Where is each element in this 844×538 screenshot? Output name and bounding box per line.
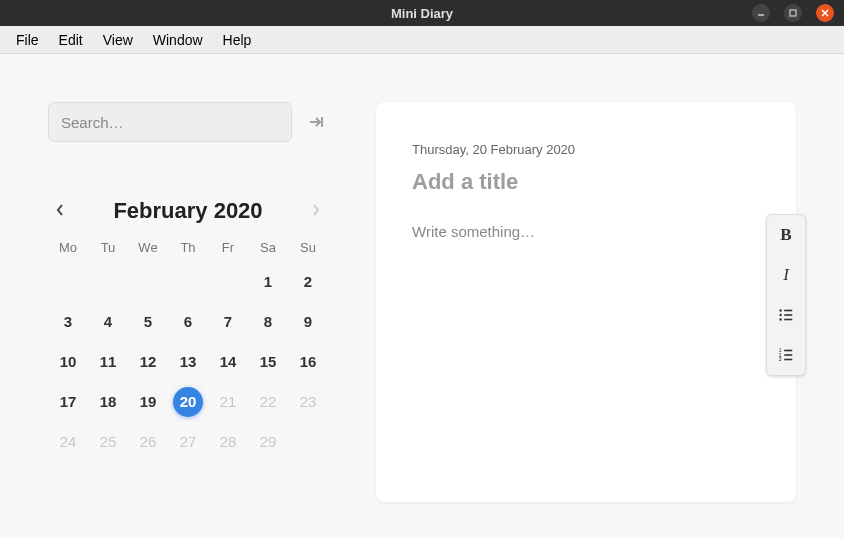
calendar-dow: Sa (248, 240, 288, 255)
calendar-day[interactable]: 12 (128, 349, 168, 375)
calendar-day: 22 (248, 389, 288, 415)
calendar-dow: Fr (208, 240, 248, 255)
calendar-day[interactable]: 13 (168, 349, 208, 375)
calendar-day: 28 (208, 429, 248, 455)
calendar-dow: Tu (88, 240, 128, 255)
calendar-dow: Th (168, 240, 208, 255)
calendar-day[interactable]: 4 (88, 309, 128, 335)
svg-point-10 (779, 318, 781, 320)
calendar-day[interactable]: 19 (128, 389, 168, 415)
calendar: February 2020 MoTuWeThFrSaSu123456789101… (48, 198, 328, 455)
search-input[interactable] (48, 102, 292, 142)
right-column: Thursday, 20 February 2020 Add a title W… (376, 102, 796, 502)
calendar-day[interactable]: 17 (48, 389, 88, 415)
calendar-day[interactable]: 1 (248, 269, 288, 295)
search-row (48, 102, 328, 142)
calendar-dow: Mo (48, 240, 88, 255)
calendar-dow: Su (288, 240, 328, 255)
calendar-empty (168, 269, 208, 295)
calendar-day[interactable]: 18 (88, 389, 128, 415)
entry-title-input[interactable]: Add a title (412, 169, 760, 195)
list-ol-icon: 1 2 3 (777, 346, 795, 364)
calendar-day[interactable]: 10 (48, 349, 88, 375)
titlebar: Mini Diary (0, 0, 844, 26)
menu-view[interactable]: View (93, 28, 143, 52)
calendar-title: February 2020 (113, 198, 262, 224)
close-button[interactable] (816, 4, 834, 22)
jump-to-today-button[interactable] (306, 112, 328, 132)
window-title: Mini Diary (391, 6, 453, 21)
svg-point-8 (779, 314, 781, 316)
entry-body-input[interactable]: Write something… (412, 223, 760, 240)
chevron-right-icon (311, 203, 321, 217)
arrow-to-line-icon (307, 112, 327, 132)
calendar-header: February 2020 (48, 198, 328, 224)
diary-card: Thursday, 20 February 2020 Add a title W… (376, 102, 796, 502)
italic-button[interactable]: I (767, 255, 805, 295)
bold-button[interactable]: B (767, 215, 805, 255)
svg-text:3: 3 (779, 357, 782, 362)
svg-rect-1 (790, 10, 796, 16)
entry-date: Thursday, 20 February 2020 (412, 142, 760, 157)
calendar-day[interactable]: 8 (248, 309, 288, 335)
calendar-dow: We (128, 240, 168, 255)
calendar-day[interactable]: 7 (208, 309, 248, 335)
minimize-button[interactable] (752, 4, 770, 22)
format-toolbar: B I 1 2 3 (766, 214, 806, 376)
next-month-button[interactable] (304, 201, 328, 222)
calendar-day[interactable]: 2 (288, 269, 328, 295)
menu-help[interactable]: Help (213, 28, 262, 52)
menu-edit[interactable]: Edit (49, 28, 93, 52)
calendar-day: 26 (128, 429, 168, 455)
calendar-day: 24 (48, 429, 88, 455)
chevron-left-icon (55, 203, 65, 217)
calendar-day: 29 (248, 429, 288, 455)
calendar-day: 21 (208, 389, 248, 415)
calendar-day: 25 (88, 429, 128, 455)
menu-window[interactable]: Window (143, 28, 213, 52)
minimize-icon (756, 8, 766, 18)
maximize-icon (788, 8, 798, 18)
calendar-day[interactable]: 14 (208, 349, 248, 375)
menu-file[interactable]: File (6, 28, 49, 52)
calendar-day[interactable]: 20 (168, 389, 208, 415)
close-icon (820, 8, 830, 18)
calendar-day[interactable]: 5 (128, 309, 168, 335)
left-column: February 2020 MoTuWeThFrSaSu123456789101… (48, 102, 328, 502)
prev-month-button[interactable] (48, 201, 72, 222)
menubar: FileEditViewWindowHelp (0, 26, 844, 54)
window-controls (752, 4, 844, 22)
calendar-day: 27 (168, 429, 208, 455)
calendar-day[interactable]: 15 (248, 349, 288, 375)
calendar-day: 23 (288, 389, 328, 415)
svg-point-6 (779, 309, 781, 311)
calendar-empty (48, 269, 88, 295)
calendar-day[interactable]: 16 (288, 349, 328, 375)
calendar-day[interactable]: 9 (288, 309, 328, 335)
calendar-grid: MoTuWeThFrSaSu12345678910111213141516171… (48, 240, 328, 455)
maximize-button[interactable] (784, 4, 802, 22)
calendar-day[interactable]: 3 (48, 309, 88, 335)
calendar-empty (128, 269, 168, 295)
calendar-day[interactable]: 6 (168, 309, 208, 335)
unordered-list-button[interactable] (767, 295, 805, 335)
list-ul-icon (777, 306, 795, 324)
ordered-list-button[interactable]: 1 2 3 (767, 335, 805, 375)
calendar-day[interactable]: 11 (88, 349, 128, 375)
calendar-empty (88, 269, 128, 295)
content: February 2020 MoTuWeThFrSaSu123456789101… (0, 54, 844, 538)
calendar-empty (208, 269, 248, 295)
